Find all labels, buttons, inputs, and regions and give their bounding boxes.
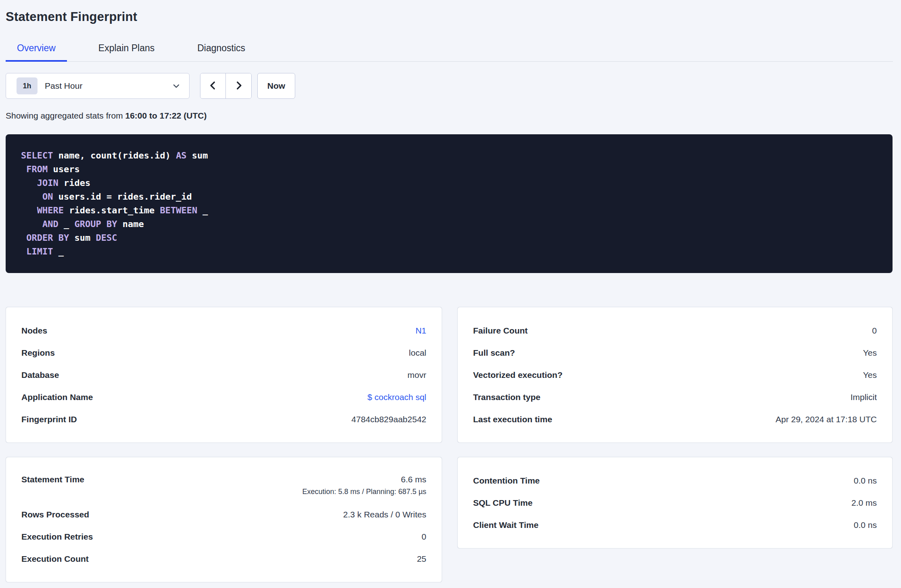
summary-row-subvalue: Execution: 5.8 ms / Planning: 687.5 µs xyxy=(302,488,426,496)
page-title: Statement Fingerprint xyxy=(6,10,893,24)
summary-row-value: 6.6 ms xyxy=(401,475,426,484)
tab-overview[interactable]: Overview xyxy=(6,37,67,62)
summary-row: Application Name$ cockroach sql xyxy=(21,386,426,408)
summary-row: Execution Retries0 xyxy=(21,525,426,548)
summary-row-label: Rows Processed xyxy=(21,510,89,519)
stats-line-range: 16:00 to 17:22 (UTC) xyxy=(125,111,207,120)
summary-row-value-link[interactable]: $ cockroach sql xyxy=(367,392,426,402)
summary-row: Rows Processed2.3 k Reads / 0 Writes xyxy=(21,503,426,525)
summary-row-label: Last execution time xyxy=(473,415,552,424)
sql-statement-box: SELECT name, count(rides.id) AS sum FROM… xyxy=(6,134,893,273)
summary-row: Transaction typeImplicit xyxy=(473,386,877,408)
summary-row: Statement Time6.6 msExecution: 5.8 ms / … xyxy=(21,469,426,503)
summary-row-label: SQL CPU Time xyxy=(473,498,532,508)
summary-row-label: Execution Count xyxy=(21,554,89,564)
summary-row-label: Nodes xyxy=(21,326,47,336)
summary-row-value-link[interactable]: N1 xyxy=(415,326,426,336)
summary-row-label: Vectorized execution? xyxy=(473,370,563,380)
sql-line: ORDER BY sum DESC xyxy=(21,231,877,245)
sql-line: SELECT name, count(rides.id) AS sum xyxy=(21,149,877,163)
summary-row-value: 4784cb829aab2542 xyxy=(351,415,426,424)
summary-row-value: 0.0 ns xyxy=(854,476,877,486)
sql-line: JOIN rides xyxy=(21,176,877,190)
summary-row-value: Yes xyxy=(863,370,877,380)
summary-row: Contention Time0.0 ns xyxy=(473,469,877,492)
summary-row-label: Application Name xyxy=(21,392,93,402)
summary-row-value: local xyxy=(409,348,426,358)
summary-row-label: Fingerprint ID xyxy=(21,415,77,424)
summary-row-value: Apr 29, 2024 at 17:18 UTC xyxy=(776,415,877,424)
summary-row: Vectorized execution?Yes xyxy=(473,364,877,386)
range-step-buttons xyxy=(200,73,252,99)
chevron-down-icon xyxy=(171,81,181,91)
summary-row-label: Database xyxy=(21,370,59,380)
summary-row-value: 25 xyxy=(417,554,426,564)
summary-row-value: Yes xyxy=(863,348,877,358)
stats-line-prefix: Showing aggregated stats from xyxy=(6,111,125,120)
card-execution-attributes: Failure Count0Full scan?YesVectorized ex… xyxy=(457,307,893,443)
summary-row-label: Statement Time xyxy=(21,475,84,484)
time-range-select[interactable]: 1h Past Hour xyxy=(6,73,190,99)
sql-line: FROM users xyxy=(21,163,877,176)
prev-range-button[interactable] xyxy=(200,73,226,98)
summary-row: Failure Count0 xyxy=(473,319,877,342)
chevron-right-icon xyxy=(234,80,244,92)
summary-row-label: Regions xyxy=(21,348,55,358)
summary-row-value: 2.0 ms xyxy=(851,498,877,508)
summary-row-value: 0 xyxy=(872,326,877,336)
summary-row: NodesN1 xyxy=(21,319,426,342)
summary-row: Regionslocal xyxy=(21,342,426,364)
next-range-button[interactable] xyxy=(226,73,251,98)
summary-row: Execution Count25 xyxy=(21,548,426,570)
summary-row: Last execution timeApr 29, 2024 at 17:18… xyxy=(473,408,877,430)
summary-row-label: Full scan? xyxy=(473,348,515,358)
summary-row-value: 2.3 k Reads / 0 Writes xyxy=(343,510,426,519)
summary-row-value: Implicit xyxy=(851,392,877,402)
time-controls: 1h Past Hour Now xyxy=(6,73,893,99)
summary-row: SQL CPU Time2.0 ms xyxy=(473,492,877,514)
card-statement-details: NodesN1RegionslocalDatabasemovrApplicati… xyxy=(6,307,442,443)
summary-row-label: Failure Count xyxy=(473,326,528,336)
tab-bar: OverviewExplain PlansDiagnostics xyxy=(6,37,893,62)
aggregated-stats-line: Showing aggregated stats from 16:00 to 1… xyxy=(6,111,893,121)
summary-cards-grid: NodesN1RegionslocalDatabasemovrApplicati… xyxy=(6,307,893,582)
summary-row: Databasemovr xyxy=(21,364,426,386)
summary-row: Full scan?Yes xyxy=(473,342,877,364)
summary-row-label: Client Wait Time xyxy=(473,520,538,530)
card-wait-times: Contention Time0.0 nsSQL CPU Time2.0 msC… xyxy=(457,457,893,548)
sql-line: AND _ GROUP BY name xyxy=(21,217,877,231)
card-statement-times: Statement Time6.6 msExecution: 5.8 ms / … xyxy=(6,457,442,582)
now-button[interactable]: Now xyxy=(257,73,295,99)
statement-fingerprint-page: Statement Fingerprint OverviewExplain Pl… xyxy=(0,0,901,588)
summary-row-label: Contention Time xyxy=(473,476,540,486)
tab-explain-plans[interactable]: Explain Plans xyxy=(87,37,166,62)
time-range-badge: 1h xyxy=(17,77,38,94)
summary-row-label: Transaction type xyxy=(473,392,540,402)
tab-diagnostics[interactable]: Diagnostics xyxy=(186,37,257,62)
sql-line: LIMIT _ xyxy=(21,245,877,259)
summary-row: Fingerprint ID4784cb829aab2542 xyxy=(21,408,426,430)
summary-row-value: 0.0 ns xyxy=(854,520,877,530)
summary-row-value: 0 xyxy=(421,532,426,542)
chevron-left-icon xyxy=(208,80,218,92)
summary-row-value: movr xyxy=(407,370,426,380)
time-range-label: Past Hour xyxy=(45,81,82,91)
summary-row: Client Wait Time0.0 ns xyxy=(473,514,877,536)
sql-line: WHERE rides.start_time BETWEEN _ xyxy=(21,204,877,217)
summary-row-label: Execution Retries xyxy=(21,532,93,542)
sql-line: ON users.id = rides.rider_id xyxy=(21,190,877,204)
